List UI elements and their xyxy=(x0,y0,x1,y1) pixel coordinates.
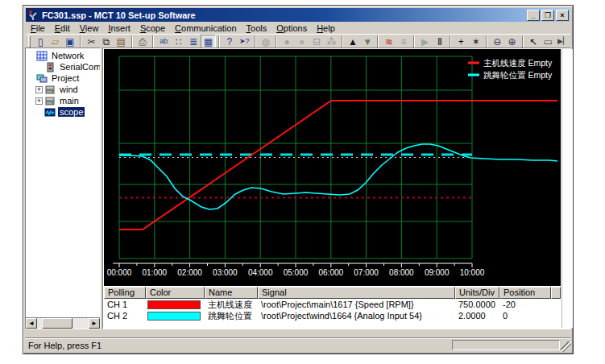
zoom-out-button[interactable]: ⊖ xyxy=(490,35,504,48)
menu-item-tools[interactable]: Tools xyxy=(242,23,272,34)
title-bar: FC301.ssp - MCT 10 Set-up Software _ ❐ × xyxy=(26,8,570,22)
cell-name: 主机线速度 xyxy=(205,299,258,310)
pause-polling-button[interactable]: Ⅱ xyxy=(433,35,447,48)
save-button[interactable]: ▣ xyxy=(63,35,77,48)
horizontal-lines-icon: ≡ xyxy=(401,37,407,47)
zoom-rect-button[interactable]: ▭ xyxy=(541,35,555,48)
dots-icon: ∷ xyxy=(176,37,182,47)
paste-button[interactable]: ▤ xyxy=(114,35,128,48)
x-axis-label: 02:000 xyxy=(177,268,202,277)
x-axis-label: 09:000 xyxy=(425,268,450,277)
x-axis-label: 06:000 xyxy=(319,268,344,277)
menu-item-file[interactable]: File xyxy=(26,23,50,34)
toolbar-separator xyxy=(218,35,220,48)
cell-units-div: 750.0000 xyxy=(455,299,499,310)
drive-icon xyxy=(44,85,56,95)
channel-row-ch2[interactable]: CH 2 跳舞轮位置 \root\Project\wind\1664 {Anal… xyxy=(104,310,561,321)
menu-item-insert[interactable]: Insert xyxy=(103,23,135,34)
scope-canvas[interactable]: 00:00001:00002:00003:00004:00005:00006:0… xyxy=(104,49,561,286)
cell-signal: \root\Project\wind\1664 {Analog Input 54… xyxy=(258,310,455,321)
menu-item-help[interactable]: Help xyxy=(312,23,340,34)
channel-table-header: Polling Color Name Signal Units/Div Posi… xyxy=(104,287,561,299)
header-signal[interactable]: Signal xyxy=(258,287,455,299)
page: { "window": { "title": "FC301.ssp - MCT … xyxy=(0,0,605,364)
stop-comm-button[interactable]: ● xyxy=(280,35,294,48)
menu-item-view[interactable]: View xyxy=(75,23,104,34)
copy-button[interactable]: ⧉ xyxy=(99,35,114,48)
minimize-button[interactable]: _ xyxy=(527,10,540,21)
step-end-button[interactable]: ▶▏ xyxy=(556,35,570,48)
wand-icon: ✶ xyxy=(472,37,480,47)
maximize-button[interactable]: ❐ xyxy=(541,10,554,21)
move-down-button[interactable]: ▼ xyxy=(360,35,375,48)
scroll-right-button[interactable]: ► xyxy=(89,318,100,329)
pointer-tool-button[interactable]: ✶ xyxy=(469,35,483,48)
expand-plus-icon[interactable]: + xyxy=(35,86,43,93)
record-button[interactable]: ● xyxy=(294,35,309,48)
tree-item-serialcom[interactable]: SerialCom xyxy=(26,61,100,72)
tree-item-wind[interactable]: + wind xyxy=(26,84,100,95)
move-up-button[interactable]: ▲ xyxy=(346,35,360,48)
record-icon: ● xyxy=(299,37,305,47)
header-name[interactable]: Name xyxy=(205,287,258,299)
cell-polling: CH 2 xyxy=(104,310,146,321)
tree-item-project[interactable]: Project xyxy=(26,72,100,84)
cell-name: 跳舞轮位置 xyxy=(205,310,258,321)
tree-item-network[interactable]: Network xyxy=(26,50,100,61)
app-window: FC301.ssp - MCT 10 Set-up Software _ ❐ ×… xyxy=(23,5,574,354)
scissors-icon: ✂ xyxy=(87,37,95,47)
menu-item-options[interactable]: Options xyxy=(271,23,312,34)
menu-item-scope[interactable]: Scope xyxy=(135,23,170,34)
x-axis-label: 00:000 xyxy=(107,268,132,277)
open-folder-button[interactable]: ▱ xyxy=(48,35,62,48)
expand-plus-icon[interactable]: + xyxy=(35,97,43,105)
header-position[interactable]: Position xyxy=(499,287,551,299)
tree-item-scope[interactable]: scope xyxy=(26,106,100,118)
new-file-button[interactable]: ▯ xyxy=(33,35,48,48)
select-cursor-button[interactable]: ↖ xyxy=(526,35,541,48)
printer-icon: ⎙ xyxy=(139,37,147,47)
close-button[interactable]: × xyxy=(556,10,569,21)
sparkle-dots-icon: ⁂ xyxy=(326,37,336,47)
scrollbar-thumb[interactable] xyxy=(42,318,73,329)
menu-item-edit[interactable]: Edit xyxy=(50,23,75,34)
new-file-icon: ▯ xyxy=(38,37,44,47)
scope-waves-button[interactable]: ≋ xyxy=(381,35,396,48)
zoom-in-button[interactable]: ⊕ xyxy=(504,35,519,48)
channel-row-ch1[interactable]: CH 1 主机线速度 \root\Project\main\1617 {Spee… xyxy=(104,299,561,310)
copy-icon: ⧉ xyxy=(103,37,110,47)
scrollbar-track[interactable] xyxy=(37,318,89,329)
resize-grip[interactable] xyxy=(561,341,571,352)
list-view-button[interactable]: ≣ xyxy=(186,35,201,48)
header-color[interactable]: Color xyxy=(146,287,205,299)
x-axis-label: 01:000 xyxy=(143,268,168,277)
network-button[interactable]: ◍ xyxy=(259,35,273,48)
help-button[interactable]: ? xyxy=(222,35,237,48)
project-dots-button[interactable]: ∷ xyxy=(171,35,185,48)
step-end-icon: ▶▏ xyxy=(557,38,569,45)
start-polling-button[interactable]: ▶ xyxy=(417,35,432,48)
cell-position: -20 xyxy=(499,299,551,310)
scope-plot-svg[interactable]: 00:00001:00002:00003:00004:00005:00006:0… xyxy=(104,49,561,286)
tree-item-main[interactable]: + main xyxy=(26,95,100,106)
menu-item-communication[interactable]: Communication xyxy=(170,23,241,34)
header-units-div[interactable]: Units/Div xyxy=(455,287,499,299)
context-help-button[interactable]: ➤? xyxy=(237,35,251,48)
print-button[interactable]: ⎙ xyxy=(135,35,150,48)
toolbar-grip[interactable] xyxy=(28,35,31,48)
scroll-left-button[interactable]: ◄ xyxy=(26,318,37,329)
open-folder-icon: ▱ xyxy=(52,37,59,47)
toolbar-separator xyxy=(255,35,256,48)
poll-dots-button[interactable]: ⁂ xyxy=(324,35,338,48)
zoom-out-icon: ⊖ xyxy=(493,37,501,47)
stop-icon: ● xyxy=(284,37,290,47)
read-from-drive-button[interactable]: ⊟ xyxy=(309,35,324,48)
tracking-cursor-button[interactable]: + xyxy=(454,35,468,48)
tree-horizontal-scrollbar: ◄ ► xyxy=(26,317,100,329)
x-axis-label: 05:000 xyxy=(284,268,309,277)
compare-ab-button[interactable]: ab xyxy=(156,35,171,48)
channel-lines-button[interactable]: ≡ xyxy=(396,35,411,48)
cut-button[interactable]: ✂ xyxy=(84,35,98,48)
header-polling[interactable]: Polling xyxy=(104,287,146,299)
grid-view-button[interactable]: ▦ xyxy=(201,35,215,48)
